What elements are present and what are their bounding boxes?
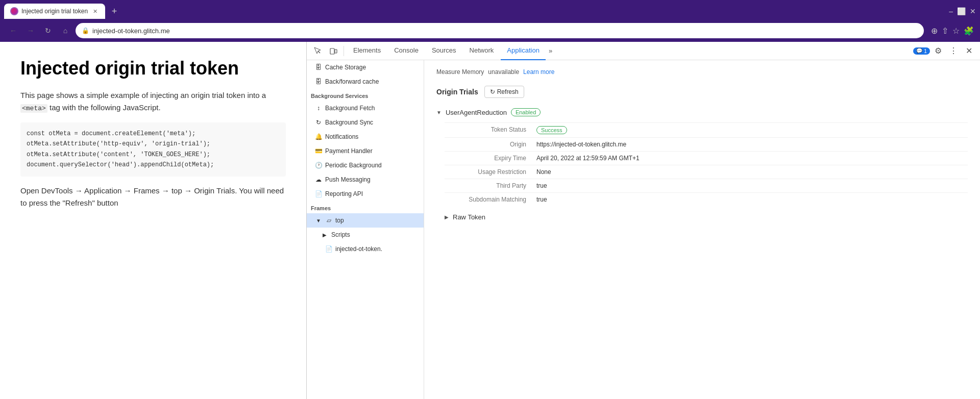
refresh-icon: ↻: [490, 88, 495, 95]
origin-row: Origin https://injected-ot-token.glitch.…: [445, 137, 968, 151]
measure-memory-row: Measure Memory unavailable Learn more: [436, 68, 968, 76]
zoom-button[interactable]: ⊕: [931, 26, 938, 36]
frame-icon: ▱: [325, 217, 332, 224]
doc-icon: 📄: [315, 190, 322, 197]
toolbar-divider: [344, 46, 344, 56]
subdomain-value: true: [536, 196, 968, 203]
sidebar-item-reporting-api[interactable]: 📄 Reporting API: [307, 187, 424, 201]
page-intro: This page shows a simple example of inje…: [20, 89, 286, 114]
minimize-button[interactable]: –: [949, 7, 953, 15]
browser-tab[interactable]: Injected origin trial token ✕: [4, 4, 105, 19]
usage-label: Usage Restriction: [445, 168, 536, 176]
tab-favicon: [10, 7, 18, 15]
learn-more-link[interactable]: Learn more: [523, 68, 554, 76]
usage-row: Usage Restriction None: [445, 165, 968, 179]
new-tab-button[interactable]: +: [107, 4, 121, 18]
body-text-1-end: tag with the following JavaScript.: [47, 103, 161, 112]
tab-network[interactable]: Network: [463, 42, 500, 60]
tab-title: Injected origin trial token: [21, 8, 88, 15]
tab-sources[interactable]: Sources: [426, 42, 462, 60]
sidebar-item-scripts[interactable]: ▶ Scripts: [307, 228, 424, 242]
extensions-button[interactable]: 🧩: [964, 26, 974, 36]
origin-trials-header: Origin Trials ↻ Refresh: [436, 86, 968, 98]
more-options-button[interactable]: ⋮: [946, 44, 961, 58]
forward-button[interactable]: →: [23, 23, 38, 38]
database-icon-2: 🗄: [315, 78, 322, 85]
home-button[interactable]: ⌂: [58, 23, 72, 38]
expiry-row: Expiry Time April 20, 2022 at 12:59:59 A…: [445, 151, 968, 165]
tab-close-button[interactable]: ✕: [91, 7, 99, 15]
body-text-1: This page shows a simple example of inje…: [20, 91, 266, 99]
svg-rect-1: [335, 49, 337, 53]
sidebar-item-payment-handler[interactable]: 💳 Payment Handler: [307, 144, 424, 158]
frames-section-label: Frames: [307, 201, 424, 213]
device-toolbar-button[interactable]: [326, 44, 340, 58]
refresh-button[interactable]: ↻ Refresh: [484, 86, 524, 98]
credit-card-icon: 💳: [315, 147, 322, 155]
svg-rect-0: [330, 48, 334, 54]
address-text: injected-ot-token.glitch.me: [92, 27, 918, 35]
chevron-down-icon: ▼: [315, 218, 322, 223]
trial-enabled-badge: Enabled: [511, 108, 541, 116]
measure-memory-value: unavailable: [488, 68, 519, 76]
file-icon: 📄: [325, 245, 332, 253]
sidebar-item-top-frame[interactable]: ▼ ▱ top: [307, 213, 424, 228]
sidebar-item-notifications[interactable]: 🔔 Notifications: [307, 130, 424, 144]
raw-token-label: Raw Token: [453, 213, 485, 221]
trial-section: ▼ UserAgentReduction Enabled Token Statu…: [436, 108, 968, 224]
trial-header[interactable]: ▼ UserAgentReduction Enabled: [436, 108, 968, 116]
arrow-updown-icon: ↕: [315, 105, 322, 112]
token-status-label: Token Status: [445, 126, 536, 133]
meta-code: <meta>: [20, 104, 47, 113]
bookmark-button[interactable]: ☆: [952, 26, 960, 36]
address-bar[interactable]: 🔒 injected-ot-token.glitch.me: [76, 23, 924, 38]
sidebar-item-background-fetch[interactable]: ↕ Background Fetch: [307, 101, 424, 115]
subdomain-label: Subdomain Matching: [445, 196, 536, 203]
more-tabs-button[interactable]: »: [547, 47, 554, 55]
devtools-main-panel: Measure Memory unavailable Learn more Or…: [424, 60, 980, 399]
origin-trials-title: Origin Trials: [436, 88, 478, 96]
sidebar-item-push-messaging[interactable]: ☁ Push Messaging: [307, 172, 424, 187]
devtools-toolbar: Elements Console Sources Network Applica…: [307, 42, 980, 60]
devtools-body: 🗄 Cache Storage 🗄 Back/forward cache Bac…: [307, 60, 980, 399]
tab-application[interactable]: Application: [501, 42, 546, 60]
devtools-panel: Elements Console Sources Network Applica…: [306, 42, 980, 399]
tab-elements[interactable]: Elements: [347, 42, 387, 60]
raw-token-header[interactable]: ▶ Raw Token: [445, 210, 968, 224]
trial-details: Token Status Success Origin https://inje…: [436, 122, 968, 224]
share-button[interactable]: ⇧: [942, 26, 948, 36]
sidebar-item-cache-storage[interactable]: 🗄 Cache Storage: [307, 60, 424, 74]
lock-icon: 🔒: [82, 27, 89, 34]
inspect-element-button[interactable]: [311, 44, 325, 58]
back-button[interactable]: ←: [6, 23, 20, 38]
code-block: const otMeta = document.createElement('m…: [20, 122, 286, 177]
maximize-button[interactable]: ⬜: [957, 7, 966, 15]
reload-button[interactable]: ↻: [41, 23, 55, 38]
subdomain-row: Subdomain Matching true: [445, 192, 968, 206]
chat-icon: 💬: [916, 48, 922, 54]
third-party-label: Third Party: [445, 182, 536, 189]
issues-badge[interactable]: 💬 1: [913, 47, 930, 55]
expiry-label: Expiry Time: [445, 155, 536, 162]
trial-chevron-icon: ▼: [436, 110, 442, 115]
trial-name: UserAgentReduction: [446, 109, 507, 116]
third-party-value: true: [536, 182, 968, 189]
page-title: Injected origin trial token: [20, 57, 286, 79]
sync-icon: ↻: [315, 119, 322, 126]
close-window-button[interactable]: ✕: [970, 7, 976, 15]
close-devtools-button[interactable]: ✕: [962, 44, 976, 58]
sidebar-item-background-sync[interactable]: ↻ Background Sync: [307, 115, 424, 130]
measure-memory-label: Measure Memory: [436, 68, 484, 76]
raw-token-chevron-icon: ▶: [445, 214, 449, 220]
sidebar-item-back-forward[interactable]: 🗄 Back/forward cache: [307, 74, 424, 89]
page-content: Injected origin trial token This page sh…: [0, 42, 306, 399]
tab-console[interactable]: Console: [388, 42, 425, 60]
token-status-value: Success: [536, 126, 968, 134]
chevron-right-icon: ▶: [321, 232, 328, 238]
sidebar-item-periodic-background[interactable]: 🕐 Periodic Background: [307, 158, 424, 172]
sidebar-item-injected-file[interactable]: 📄 injected-ot-token.: [307, 242, 424, 256]
origin-label: Origin: [445, 141, 536, 148]
database-icon: 🗄: [315, 64, 322, 71]
settings-button[interactable]: ⚙: [931, 44, 945, 58]
origin-value: https://injected-ot-token.glitch.me: [536, 141, 968, 148]
